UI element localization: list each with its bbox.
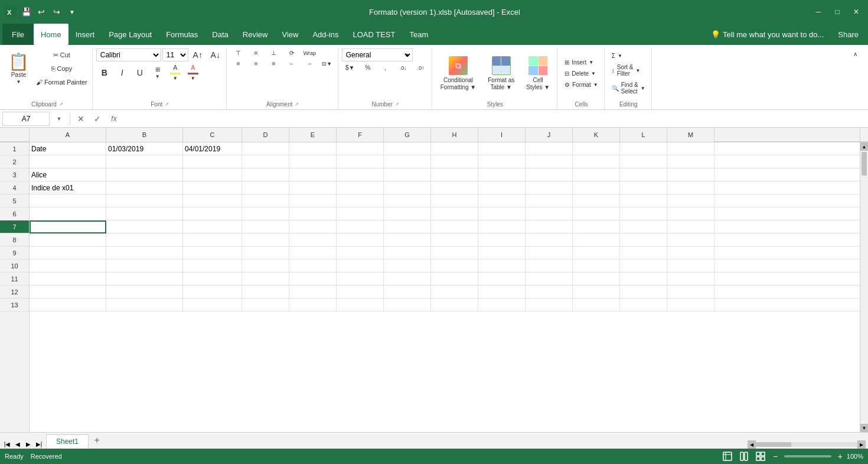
cell-M12[interactable] bbox=[667, 285, 714, 298]
format-as-table-button[interactable]: Format asTable ▼ bbox=[483, 54, 519, 94]
hscroll-right-button[interactable]: ▶ bbox=[857, 440, 866, 449]
scroll-track[interactable] bbox=[860, 151, 868, 424]
row-header-11[interactable]: 11 bbox=[0, 272, 29, 285]
col-header-J[interactable]: J bbox=[526, 128, 573, 142]
format-button[interactable]: ⚙ Format ▼ bbox=[561, 80, 602, 90]
cell-B1[interactable]: 01/03/2019 bbox=[106, 142, 183, 155]
cell-K13[interactable] bbox=[573, 298, 620, 312]
row-header-2[interactable]: 2 bbox=[0, 155, 29, 168]
cell-C4[interactable] bbox=[183, 181, 242, 194]
sheet-tab-sheet1[interactable]: Sheet1 bbox=[46, 434, 89, 449]
menu-item-view[interactable]: View bbox=[275, 24, 305, 45]
hscroll-left-button[interactable]: ◀ bbox=[748, 440, 756, 449]
row-header-8[interactable]: 8 bbox=[0, 233, 29, 246]
cell-B7[interactable] bbox=[106, 220, 183, 233]
autosum-button[interactable]: Σ ▼ bbox=[608, 51, 626, 61]
cell-J9[interactable] bbox=[526, 246, 573, 259]
row-header-5[interactable]: 5 bbox=[0, 194, 29, 207]
cell-E6[interactable] bbox=[289, 207, 337, 220]
cell-K9[interactable] bbox=[573, 246, 620, 259]
cell-K4[interactable] bbox=[573, 181, 620, 194]
menu-item-review[interactable]: Review bbox=[236, 24, 275, 45]
page-break-view-button[interactable] bbox=[755, 450, 766, 462]
cell-K2[interactable] bbox=[573, 155, 620, 168]
cell-B12[interactable] bbox=[106, 285, 183, 298]
row-header-7[interactable]: 7 bbox=[0, 220, 29, 233]
cell-M10[interactable] bbox=[667, 259, 714, 272]
cell-K12[interactable] bbox=[573, 285, 620, 298]
cell-L11[interactable] bbox=[620, 272, 667, 285]
cell-C6[interactable] bbox=[183, 207, 242, 220]
cell-K5[interactable] bbox=[573, 194, 620, 207]
cell-H13[interactable] bbox=[431, 298, 478, 312]
cell-E2[interactable] bbox=[289, 155, 337, 168]
cell-A7[interactable] bbox=[30, 220, 106, 233]
cell-A12[interactable] bbox=[30, 285, 106, 298]
row-header-10[interactable]: 10 bbox=[0, 259, 29, 272]
cell-F9[interactable] bbox=[337, 246, 384, 259]
menu-item-data[interactable]: Data bbox=[205, 24, 235, 45]
cell-I5[interactable] bbox=[478, 194, 526, 207]
add-sheet-button[interactable]: + bbox=[90, 433, 104, 447]
cell-B9[interactable] bbox=[106, 246, 183, 259]
cell-L5[interactable] bbox=[620, 194, 667, 207]
zoom-in-button[interactable]: + bbox=[836, 452, 844, 460]
zoom-out-button[interactable]: − bbox=[771, 452, 779, 460]
cell-H11[interactable] bbox=[431, 272, 478, 285]
menu-item-load-test[interactable]: LOAD TEST bbox=[345, 24, 402, 45]
cell-E10[interactable] bbox=[289, 259, 337, 272]
cell-B4[interactable] bbox=[106, 181, 183, 194]
tell-me-box[interactable]: 💡 Tell me what you want to do... bbox=[704, 24, 831, 45]
cell-M3[interactable] bbox=[667, 168, 714, 181]
cell-B2[interactable] bbox=[106, 155, 183, 168]
cell-H4[interactable] bbox=[431, 181, 478, 194]
increase-decimal-button[interactable]: .0↑ bbox=[413, 64, 429, 72]
col-header-G[interactable]: G bbox=[384, 128, 431, 142]
minimize-button[interactable]: ─ bbox=[811, 5, 825, 19]
clipboard-expand-icon[interactable]: ↗ bbox=[59, 102, 63, 107]
row-header-12[interactable]: 12 bbox=[0, 285, 29, 298]
cell-I3[interactable] bbox=[478, 168, 526, 181]
cell-D7[interactable] bbox=[242, 220, 289, 233]
cell-M9[interactable] bbox=[667, 246, 714, 259]
cell-A11[interactable] bbox=[30, 272, 106, 285]
cell-C9[interactable] bbox=[183, 246, 242, 259]
cell-E4[interactable] bbox=[289, 181, 337, 194]
row-header-9[interactable]: 9 bbox=[0, 246, 29, 259]
cell-G8[interactable] bbox=[384, 233, 431, 246]
cell-J12[interactable] bbox=[526, 285, 573, 298]
font-expand-icon[interactable]: ↗ bbox=[165, 102, 169, 107]
cell-A8[interactable] bbox=[30, 233, 106, 246]
close-button[interactable]: ✕ bbox=[849, 5, 863, 19]
cell-D8[interactable] bbox=[242, 233, 289, 246]
vertical-scrollbar[interactable]: ▲ ▼ bbox=[860, 142, 868, 432]
insert-button[interactable]: ⊞ Insert ▼ bbox=[561, 57, 597, 67]
cell-L12[interactable] bbox=[620, 285, 667, 298]
orientation-button[interactable]: ⟳ bbox=[283, 48, 300, 57]
cell-M8[interactable] bbox=[667, 233, 714, 246]
cell-A13[interactable] bbox=[30, 298, 106, 312]
decrease-decimal-button[interactable]: .0↓ bbox=[395, 64, 412, 72]
cell-C1[interactable]: 04/01/2019 bbox=[183, 142, 242, 155]
sheet-first-button[interactable]: |◀ bbox=[2, 439, 12, 449]
decrease-font-button[interactable]: A↓ bbox=[207, 49, 224, 61]
cell-I10[interactable] bbox=[478, 259, 526, 272]
cell-H10[interactable] bbox=[431, 259, 478, 272]
scroll-thumb[interactable] bbox=[862, 152, 867, 176]
cell-G13[interactable] bbox=[384, 298, 431, 312]
scroll-up-button[interactable]: ▲ bbox=[860, 142, 868, 151]
cell-D2[interactable] bbox=[242, 155, 289, 168]
cell-M4[interactable] bbox=[667, 181, 714, 194]
increase-indent-button[interactable]: → bbox=[301, 59, 318, 68]
cell-H2[interactable] bbox=[431, 155, 478, 168]
page-layout-view-button[interactable] bbox=[738, 450, 750, 462]
cell-I6[interactable] bbox=[478, 207, 526, 220]
font-color-button[interactable]: A ▼ bbox=[185, 63, 201, 82]
quick-access-more-icon[interactable]: ▼ bbox=[66, 6, 78, 18]
cell-L7[interactable] bbox=[620, 220, 667, 233]
italic-button[interactable]: I bbox=[114, 67, 130, 79]
cell-B8[interactable] bbox=[106, 233, 183, 246]
cell-G6[interactable] bbox=[384, 207, 431, 220]
align-top-button[interactable]: ⊤ bbox=[230, 48, 247, 57]
cell-F12[interactable] bbox=[337, 285, 384, 298]
